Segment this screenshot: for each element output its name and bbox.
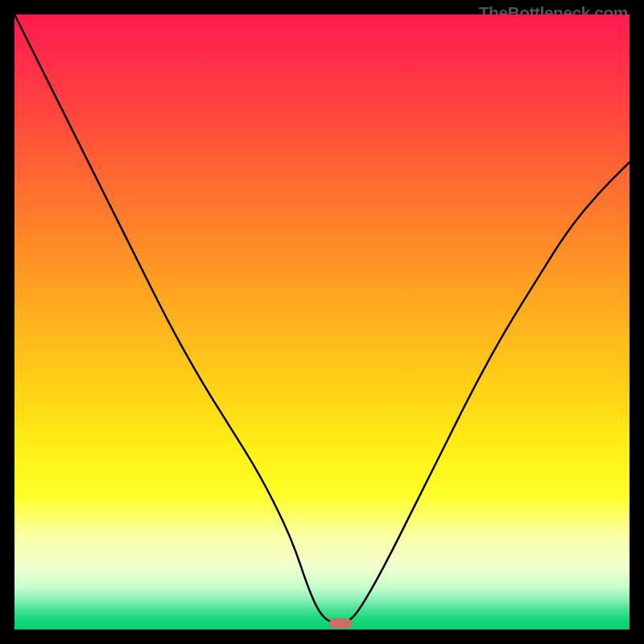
plot-area: [14, 14, 630, 630]
chart-container: TheBottleneck.com: [0, 0, 644, 644]
minimum-marker: [329, 618, 352, 628]
curve-line: [14, 14, 630, 623]
curve-svg: [14, 14, 630, 630]
